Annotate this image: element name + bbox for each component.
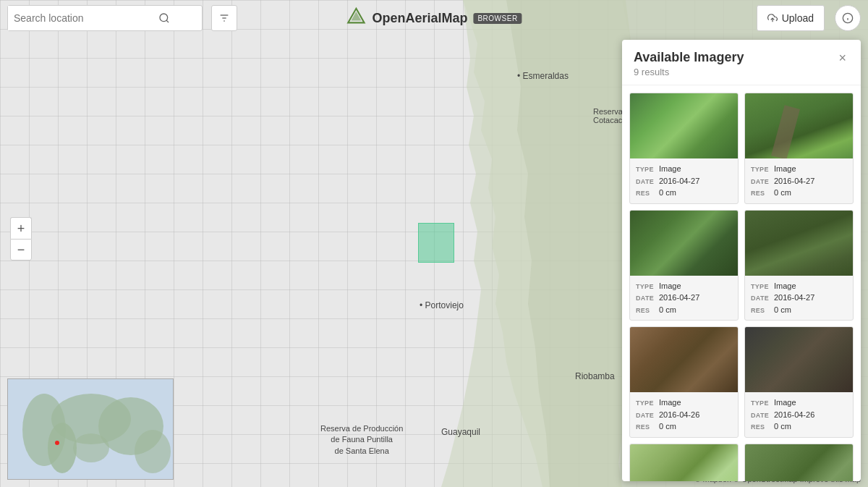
res-value-3: 0 cm <box>659 304 676 316</box>
res-label: RES <box>751 189 771 199</box>
imagery-thumb-3 <box>630 211 738 276</box>
label-guayaquil: Guayaquil <box>441 427 480 437</box>
imagery-card-1[interactable]: TYPE Image DATE 2016-04-27 RES 0 cm <box>629 93 739 204</box>
type-label: TYPE <box>636 282 656 292</box>
date-label: DATE <box>751 294 771 304</box>
logo-text: OpenAerialMap <box>372 11 467 26</box>
imagery-thumb-5 <box>630 327 738 392</box>
imagery-info-1: TYPE Image DATE 2016-04-27 RES 0 cm <box>630 158 738 203</box>
type-label: TYPE <box>751 399 771 409</box>
imagery-card-6[interactable]: TYPE Image DATE 2016-04-26 RES 0 cm <box>744 326 854 438</box>
imagery-thumb-8 <box>745 444 853 482</box>
res-value-6: 0 cm <box>774 420 791 433</box>
date-label: DATE <box>751 411 771 421</box>
type-value-3: Image <box>659 280 681 292</box>
imagery-card-8[interactable]: TYPE Image DATE 2016-04-26 RES 0 cm <box>744 444 854 482</box>
res-label: RES <box>636 306 656 316</box>
type-value-6: Image <box>774 397 796 409</box>
zoom-controls: + − <box>10 217 32 261</box>
imagery-info-2: TYPE Image DATE 2016-04-27 RES 0 cm <box>745 158 853 203</box>
imagery-thumb-1 <box>630 93 738 158</box>
type-value-2: Image <box>774 163 796 175</box>
imagery-card-5[interactable]: TYPE Image DATE 2016-04-26 RES 0 cm <box>629 326 739 438</box>
filter-button[interactable] <box>211 5 237 31</box>
imagery-info-5: TYPE Image DATE 2016-04-26 RES 0 cm <box>630 392 738 437</box>
search-input[interactable] <box>8 6 153 30</box>
imagery-thumb-7 <box>630 444 738 482</box>
label-portoviejo: • Portoviejo <box>420 300 464 310</box>
date-label: DATE <box>636 294 656 304</box>
svg-line-1 <box>166 20 169 22</box>
imagery-info-4: TYPE Image DATE 2016-04-27 RES 0 cm <box>745 276 853 321</box>
imagery-info-3: TYPE Image DATE 2016-04-27 RES 0 cm <box>630 276 738 321</box>
info-button[interactable] <box>835 5 861 31</box>
imagery-thumb-4 <box>745 211 853 276</box>
panel-results-count: 9 results <box>634 67 744 77</box>
type-value-5: Image <box>659 397 681 409</box>
imagery-card-7[interactable]: TYPE Image DATE 2016-04-26 RES 0 cm <box>629 444 739 482</box>
imagery-info-6: TYPE Image DATE 2016-04-26 RES 0 cm <box>745 392 853 437</box>
date-label: DATE <box>636 177 656 187</box>
res-value-1: 0 cm <box>659 187 676 199</box>
search-box[interactable] <box>7 5 203 31</box>
date-value-1: 2016-04-27 <box>659 175 699 187</box>
imagery-card-4[interactable]: TYPE Image DATE 2016-04-27 RES 0 cm <box>744 210 854 321</box>
top-bar: OpenAerialMap BROWSER Upload <box>0 0 868 36</box>
imagery-panel: Available Imagery 9 results × TYPE Image… <box>622 40 861 481</box>
type-label: TYPE <box>636 165 656 175</box>
browser-badge: BROWSER <box>473 13 522 24</box>
date-value-4: 2016-04-27 <box>774 292 814 304</box>
date-value-5: 2016-04-26 <box>659 409 699 421</box>
type-value-1: Image <box>659 163 681 175</box>
panel-results[interactable]: TYPE Image DATE 2016-04-27 RES 0 cm TYPE… <box>622 85 861 481</box>
panel-title: Available Imagery <box>634 50 744 65</box>
imagery-thumb-6 <box>745 327 853 392</box>
res-value-5: 0 cm <box>659 420 676 433</box>
upload-label: Upload <box>782 12 814 24</box>
date-label: DATE <box>751 177 771 187</box>
type-label: TYPE <box>751 282 771 292</box>
svg-point-18 <box>55 441 59 445</box>
res-value-4: 0 cm <box>774 304 791 316</box>
res-label: RES <box>751 423 771 433</box>
panel-close-button[interactable]: × <box>835 50 849 66</box>
res-label: RES <box>751 306 771 316</box>
zoom-in-button[interactable]: + <box>10 217 32 239</box>
selected-area[interactable] <box>418 223 454 263</box>
mini-map[interactable] <box>7 378 174 480</box>
type-label: TYPE <box>751 165 771 175</box>
logo: OpenAerialMap BROWSER <box>346 7 522 30</box>
date-value-3: 2016-04-27 <box>659 292 699 304</box>
search-button[interactable] <box>153 9 176 27</box>
date-label: DATE <box>636 411 656 421</box>
res-label: RES <box>636 423 656 433</box>
map-container[interactable]: • Esmeraldas • Portoviejo Riobamba Guaya… <box>0 0 868 487</box>
logo-icon <box>346 7 366 30</box>
date-value-6: 2016-04-26 <box>774 409 814 421</box>
svg-point-17 <box>48 423 77 473</box>
date-value-2: 2016-04-27 <box>774 175 814 187</box>
svg-point-16 <box>73 433 109 462</box>
panel-header: Available Imagery 9 results × <box>622 40 861 85</box>
svg-point-15 <box>135 430 171 473</box>
imagery-card-2[interactable]: TYPE Image DATE 2016-04-27 RES 0 cm <box>744 93 854 204</box>
imagery-grid: TYPE Image DATE 2016-04-27 RES 0 cm TYPE… <box>629 93 854 481</box>
type-value-4: Image <box>774 280 796 292</box>
imagery-card-3[interactable]: TYPE Image DATE 2016-04-27 RES 0 cm <box>629 210 739 321</box>
res-label: RES <box>636 189 656 199</box>
zoom-out-button[interactable]: − <box>10 239 32 261</box>
label-riobamba: Riobamba <box>575 371 615 381</box>
svg-point-0 <box>160 14 168 22</box>
imagery-thumb-2 <box>745 93 853 158</box>
type-label: TYPE <box>636 399 656 409</box>
label-esmeraldas: • Esmeraldas <box>517 71 569 81</box>
upload-button[interactable]: Upload <box>757 5 825 31</box>
res-value-2: 0 cm <box>774 187 791 199</box>
label-reserva: Reserva de Producciónde Fauna Puntillade… <box>320 423 403 457</box>
